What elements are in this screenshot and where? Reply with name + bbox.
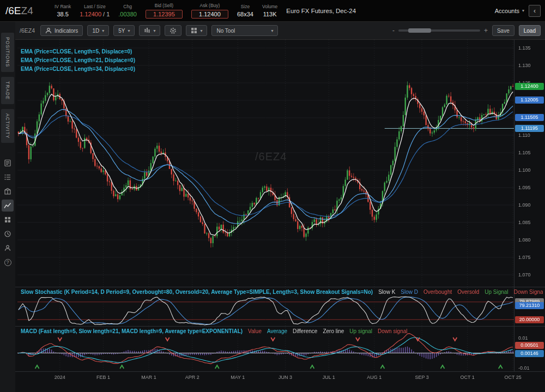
ema-legend-item: EMA (Price=CLOSE, Length=21, Displace=0) bbox=[21, 57, 135, 63]
candle-chart-icon bbox=[144, 27, 150, 34]
price-axis-label: 1.080 bbox=[518, 237, 531, 243]
time-axis-label: AUG 1 bbox=[362, 375, 386, 380]
instrument-description: Euro FX Futures, Dec-24 bbox=[286, 8, 356, 14]
timeframe-dropdown[interactable]: 1D ▾ bbox=[87, 25, 109, 36]
news-icon[interactable] bbox=[2, 157, 14, 169]
gear-icon bbox=[169, 27, 177, 34]
bid-label: Bid (Sell) bbox=[155, 3, 173, 8]
time-axis-label: APR 2 bbox=[180, 375, 204, 380]
price-axis-label: 1.130 bbox=[518, 63, 531, 68]
sidebar: POSITIONS TRADE ACTIVITY bbox=[0, 22, 15, 392]
price-axis-label: 1.135 bbox=[518, 45, 531, 51]
last-size-group: Last / Size 1.12400 / 1 bbox=[80, 4, 110, 17]
legend-up-signal: Up Signal bbox=[485, 289, 508, 295]
chart-area: EMA (Price=CLOSE, Length=5, Displace=0) … bbox=[15, 40, 545, 392]
legend-difference: Difference bbox=[293, 328, 317, 334]
chart-symbol-label: /6EZ4 bbox=[20, 27, 35, 34]
help-icon[interactable]: ? bbox=[2, 256, 14, 268]
time-axis-label: MAY 1 bbox=[226, 375, 250, 380]
layout-grid-icon bbox=[191, 27, 197, 34]
chevron-down-icon: ▾ bbox=[522, 8, 524, 13]
legend-up-signal: Up signal bbox=[349, 328, 372, 334]
legend-zero-line: Zero line bbox=[323, 328, 344, 334]
legend-down-signal: Down signal bbox=[378, 328, 407, 334]
iv-rank-group: IV Rank 38.5 bbox=[55, 4, 71, 17]
ema-legend-item: EMA (Price=CLOSE, Length=34, Displace=0) bbox=[21, 66, 135, 72]
legend-average: Average bbox=[267, 328, 287, 334]
chg-group: Chg .00380 bbox=[118, 4, 137, 17]
stoch-badge: 79.21310 bbox=[515, 302, 544, 309]
zoom-slider[interactable] bbox=[398, 29, 480, 32]
time-axis-label: SEP 3 bbox=[410, 375, 434, 380]
header: /6EZ4 IV Rank 38.5 Last / Size 1.12400 /… bbox=[0, 0, 545, 22]
bid-button[interactable]: 1.12395 bbox=[146, 10, 183, 19]
chart-toolbar: /6EZ4 Indicators 1D ▾ 5Y ▾ ▾ ▾ No Tool ▾ bbox=[15, 22, 545, 40]
volume-group: Volume 113K bbox=[262, 4, 277, 17]
volume-value: 113K bbox=[263, 11, 277, 17]
person-icon bbox=[45, 27, 52, 34]
range-dropdown[interactable]: 5Y ▾ bbox=[113, 25, 135, 36]
ema-legend-item: EMA (Price=CLOSE, Length=5, Displace=0) bbox=[21, 49, 135, 55]
drawing-tool-value: No Tool bbox=[216, 28, 235, 34]
iv-rank-label: IV Rank bbox=[55, 4, 71, 9]
watchlist-icon[interactable] bbox=[2, 171, 14, 183]
tab-trade[interactable]: TRADE bbox=[1, 77, 14, 104]
last-size-value: 1.12400 / 1 bbox=[80, 11, 110, 17]
tab-positions[interactable]: POSITIONS bbox=[1, 33, 14, 72]
chevron-down-icon: ▾ bbox=[102, 28, 104, 33]
legend-down-signal: Down Signal bbox=[514, 289, 543, 295]
layout-grid-dropdown[interactable]: ▾ bbox=[186, 25, 207, 36]
bid-group: Bid (Sell) 1.12395 bbox=[146, 3, 183, 19]
zoom-out-button[interactable]: - bbox=[392, 27, 395, 34]
sidebar-icons: ? bbox=[2, 157, 14, 270]
chevron-down-icon: ▾ bbox=[128, 28, 130, 33]
time-axis-label: JUN 3 bbox=[274, 375, 298, 380]
stochastic-title: Slow Stochastic (K Period=14, D Period=9… bbox=[21, 289, 373, 295]
packages-icon[interactable] bbox=[2, 185, 14, 197]
macd-badge: 0.00501 bbox=[515, 342, 544, 349]
price-axis-label: 1.075 bbox=[518, 255, 531, 260]
price-badge: 1.11195 bbox=[515, 125, 544, 132]
zoom-slider-handle[interactable] bbox=[408, 28, 431, 33]
header-symbol: /6EZ4 bbox=[5, 5, 46, 17]
tab-activity[interactable]: ACTIVITY bbox=[1, 109, 14, 143]
chevron-down-icon: ▾ bbox=[271, 28, 273, 33]
drawing-tool-dropdown[interactable]: No Tool ▾ bbox=[211, 25, 278, 36]
indicators-button[interactable]: Indicators bbox=[40, 25, 83, 36]
chart-settings-button[interactable] bbox=[165, 25, 181, 36]
price-axis-label: 1.090 bbox=[518, 202, 531, 208]
chart-canvas[interactable] bbox=[15, 40, 545, 392]
chart-type-dropdown[interactable]: ▾ bbox=[139, 25, 160, 36]
symbol-suffix: Z4 bbox=[21, 5, 33, 16]
price-axis-label: 1.085 bbox=[518, 220, 531, 225]
price-badge: 1.11505 bbox=[515, 114, 544, 121]
chevron-down-icon: ▾ bbox=[153, 28, 155, 33]
symbol-root: /6E bbox=[5, 5, 21, 16]
range-value: 5Y bbox=[118, 28, 125, 34]
collapse-panel-button[interactable]: ‹ bbox=[529, 5, 541, 17]
follow-icon[interactable] bbox=[2, 242, 14, 254]
accounts-dropdown[interactable]: Accounts ▾ bbox=[495, 8, 524, 14]
macd-title: MACD (Fast length=5, Slow length=21, MAC… bbox=[21, 328, 243, 334]
chart-watermark: /6EZ4 bbox=[255, 150, 287, 163]
legend-overbought: Overbought bbox=[423, 289, 452, 295]
price-axis-label: 1.100 bbox=[518, 167, 531, 173]
time-axis-label: OCT 1 bbox=[456, 375, 480, 380]
load-button[interactable]: Load bbox=[519, 25, 541, 36]
chart-icon[interactable] bbox=[2, 200, 14, 212]
legend-oversold: Oversold bbox=[457, 289, 479, 295]
time-axis[interactable]: 2024FEB 1MAR 1APR 2MAY 1JUN 3JUL 1AUG 1S… bbox=[15, 372, 545, 385]
save-button[interactable]: Save bbox=[492, 25, 514, 36]
ask-group: Ask (Buy) 1.12400 bbox=[191, 3, 228, 19]
price-axis[interactable]: 1.1351.1301.1251.1201.1151.1101.1051.100… bbox=[514, 40, 545, 392]
iv-rank-value: 38.5 bbox=[57, 11, 68, 17]
ask-button[interactable]: 1.12400 bbox=[191, 10, 228, 19]
time-axis-label: FEB 1 bbox=[92, 375, 116, 380]
zoom-in-button[interactable]: + bbox=[484, 27, 488, 34]
chg-label: Chg bbox=[123, 4, 132, 9]
stoch-badge: 20.00000 bbox=[515, 316, 544, 323]
grid-icon[interactable] bbox=[2, 214, 14, 226]
header-right: Accounts ▾ ‹ bbox=[495, 5, 541, 17]
macd-axis-label: -0.01 bbox=[518, 365, 530, 371]
history-icon[interactable] bbox=[2, 228, 14, 240]
